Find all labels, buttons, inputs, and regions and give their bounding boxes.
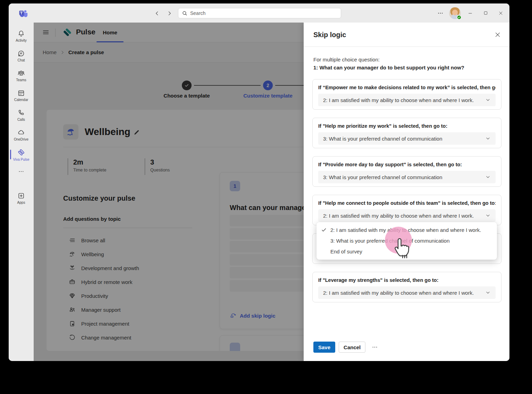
user-avatar[interactable] (449, 7, 461, 19)
close-window-button[interactable] (495, 7, 507, 19)
calendar-icon (17, 89, 25, 97)
sidebar-more-apps-button[interactable] (9, 165, 34, 178)
viva-pulse-icon (17, 148, 25, 157)
ellipsis-icon (437, 10, 444, 16)
sidebar-item-calls[interactable]: Calls (9, 105, 34, 125)
rule-condition: If "Help me prioritize my work" is selec… (318, 123, 496, 129)
sidebar-item-label: Calls (17, 118, 25, 121)
rule-condition: If "Help me connect to people outside of… (318, 200, 496, 206)
rule-condition: If "Leverage my strengths" is selected, … (318, 277, 496, 283)
search-input[interactable] (190, 10, 337, 16)
sidebar-item-label: OneDrive (14, 137, 28, 141)
cancel-button[interactable]: Cancel (339, 342, 365, 353)
sidebar-item-teams[interactable]: Teams (9, 66, 34, 85)
panel-question: 1: What can your manager do to best supp… (313, 65, 464, 70)
app-rail: Activity Chat Teams Calendar Calls OneDr… (9, 23, 34, 361)
panel-footer: Save Cancel (313, 342, 381, 353)
phone-icon (17, 109, 25, 117)
chevron-down-icon (485, 97, 491, 103)
cloud-icon (17, 129, 25, 136)
rule-condition: If "Provide more day to day support" is … (318, 162, 496, 167)
sidebar-item-activity[interactable]: Activity (9, 26, 34, 46)
skip-logic-panel: Skip logic For multiple choice question:… (304, 23, 509, 361)
panel-close-button[interactable] (493, 31, 502, 39)
selected-value: 2: I am satisfied with my ability to cho… (323, 290, 485, 296)
pulse-main: Pulse Home Home Create a pulse 2 Choose … (34, 23, 509, 361)
panel-more-button[interactable] (369, 342, 381, 353)
search-icon (182, 10, 187, 16)
people-team-icon (17, 69, 25, 77)
save-button[interactable]: Save (313, 342, 335, 353)
sidebar-item-chat[interactable]: Chat (9, 46, 34, 66)
chevron-down-icon (485, 290, 491, 295)
sidebar-item-calendar[interactable]: Calendar (9, 85, 34, 105)
skip-rule-card: If “Empower me to make decisions related… (312, 79, 501, 110)
chevron-left-icon (154, 10, 160, 16)
ellipsis-icon (18, 168, 24, 175)
goto-dropdown-menu: 2: I am satisfied with my ability to cho… (316, 222, 497, 260)
title-bar (9, 3, 509, 23)
close-icon (498, 10, 504, 16)
sidebar-item-apps[interactable]: Apps (9, 188, 34, 208)
rule-goto-select[interactable]: 2: I am satisfied with my ability to cho… (318, 286, 496, 299)
dropdown-option-label: End of survey (330, 249, 362, 254)
sidebar-item-label: Teams (16, 78, 26, 82)
selected-value: 2: I am satisfied with my ability to cho… (323, 213, 485, 219)
sidebar-item-viva-pulse[interactable]: Viva Pulse (9, 145, 34, 165)
dropdown-option-selected[interactable]: 2: I am satisfied with my ability to cho… (316, 225, 497, 235)
chevron-down-icon (485, 174, 491, 180)
rule-goto-select[interactable]: 3: What is your preferred channel of com… (318, 132, 496, 145)
sidebar-item-label: Viva Pulse (13, 158, 29, 161)
chevron-down-icon (485, 136, 491, 141)
sidebar-item-label: Chat (17, 58, 25, 62)
dropdown-option-label: 2: I am satisfied with my ability to cho… (330, 227, 481, 233)
bell-icon (17, 30, 25, 37)
selected-value: 3: What is your preferred channel of com… (323, 174, 485, 180)
nav-back-button[interactable] (152, 9, 161, 18)
minimize-button[interactable] (464, 7, 476, 19)
search-bar[interactable] (178, 8, 341, 18)
titlebar-more-button[interactable] (435, 8, 446, 18)
selected-value: 2: I am satisfied with my ability to cho… (323, 97, 485, 103)
ellipsis-icon (372, 344, 378, 350)
chevron-down-icon (485, 213, 491, 218)
skip-rule-card: If "Help me prioritize my work" is selec… (312, 118, 501, 148)
sidebar-item-label: Apps (17, 201, 25, 204)
sidebar-item-label: Calendar (14, 98, 28, 102)
dropdown-option[interactable]: 3: What is your preferred channel of com… (316, 235, 497, 246)
selected-value: 3: What is your preferred channel of com… (323, 136, 485, 142)
panel-title: Skip logic (313, 23, 346, 47)
rule-goto-select[interactable]: 2: I am satisfied with my ability to cho… (318, 209, 496, 222)
presence-available-icon (457, 15, 462, 20)
skip-rule-card: If "Leverage my strengths" is selected, … (312, 272, 501, 302)
close-icon (494, 31, 501, 38)
apps-plus-icon (17, 192, 25, 200)
panel-intro: For multiple choice question: (313, 57, 380, 62)
rule-condition: If “Empower me to make decisions related… (318, 85, 496, 90)
teams-logo-icon (18, 8, 28, 18)
maximize-icon (483, 10, 488, 16)
nav-forward-button[interactable] (165, 9, 174, 18)
skip-rule-card: If "Provide more day to day support" is … (312, 156, 501, 187)
chevron-right-icon (167, 10, 172, 16)
chat-icon (17, 50, 25, 57)
minimize-icon (467, 10, 473, 16)
dropdown-option[interactable]: End of survey (316, 246, 497, 257)
dropdown-option-label: 3: What is your preferred channel of com… (330, 238, 450, 244)
teams-window: Activity Chat Teams Calendar Calls OneDr… (9, 3, 509, 361)
skip-rule-card-open: If "Help me connect to people outside of… (312, 195, 501, 225)
sidebar-item-onedrive[interactable]: OneDrive (9, 125, 34, 145)
sidebar-item-label: Activity (16, 39, 27, 42)
maximize-button[interactable] (480, 7, 491, 19)
check-icon (321, 227, 327, 234)
panel-header: Skip logic (304, 23, 509, 47)
rule-goto-select[interactable]: 2: I am satisfied with my ability to cho… (318, 94, 496, 106)
rule-goto-select[interactable]: 3: What is your preferred channel of com… (318, 171, 496, 183)
